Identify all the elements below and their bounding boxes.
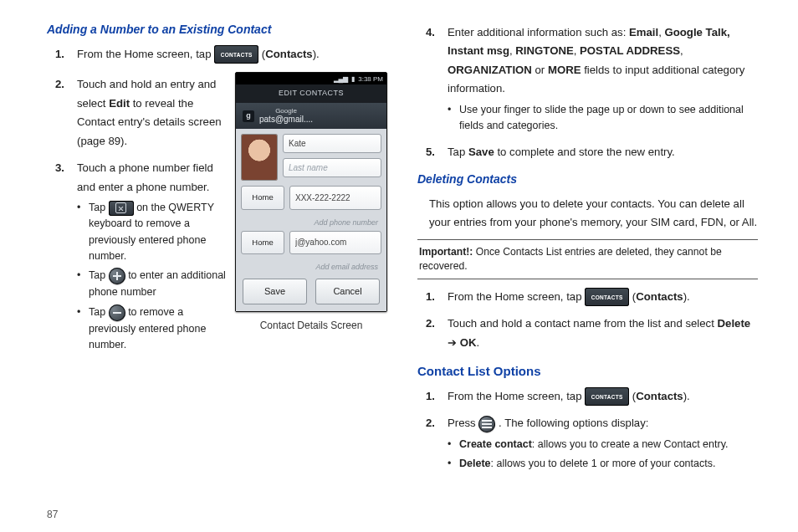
heading-add-number: Adding a Number to an Existing Contact (47, 20, 387, 40)
add-phone-hint[interactable]: Add phone number (241, 215, 381, 231)
cancel-button[interactable]: Cancel (315, 279, 380, 304)
signal-icon: ▂▄▆ (334, 74, 349, 85)
phone-type-select[interactable]: Home (241, 186, 284, 209)
opt-create-contact: Create contact: allows you to create a n… (448, 437, 758, 453)
contacts-app-icon (214, 45, 258, 64)
step-3: 3. Touch a phone number field and enter … (47, 159, 227, 354)
account-email: pats@gmail.... (259, 115, 313, 124)
r4-postal: POSTAL ADDRESS (580, 44, 680, 57)
status-bar: ▂▄▆ ▮ 3:38 PM (236, 73, 386, 84)
google-g-icon: g (243, 110, 254, 122)
page-number: 87 (47, 509, 58, 520)
opt-delete: Delete: allows you to delete 1 or more o… (448, 456, 758, 472)
clo-step-1: 1. From the Home screen, tap (Contacts). (417, 387, 758, 407)
step-1: 1. From the Home screen, tap (Contacts). (47, 45, 387, 64)
heading-contact-list-options: Contact List Options (417, 361, 758, 382)
del-step-2: 2. Touch and hold a contact name from th… (417, 315, 758, 352)
step3-text: Touch a phone number field and enter a p… (77, 161, 213, 192)
account-row: g Google pats@gmail.... (236, 103, 386, 130)
important-label: Important!: (419, 246, 473, 258)
plus-icon (109, 268, 125, 284)
phone-screenshot: ▂▄▆ ▮ 3:38 PM EDIT CONTACTS g Google pat… (235, 72, 387, 312)
contacts-app-icon (585, 288, 629, 306)
step1-text-a: From the Home screen, tap (77, 48, 214, 60)
email-type-select[interactable]: Home (241, 231, 284, 254)
save-button[interactable]: Save (243, 279, 307, 304)
step-2: 2. Touch and hold an entry and select Ed… (47, 75, 227, 151)
figure-caption: Contact Details Screen (235, 317, 387, 334)
step-5: 5. Tap Save to complete and store the ne… (417, 143, 758, 161)
account-provider: Google (259, 108, 313, 115)
phone-number-field[interactable] (289, 186, 381, 209)
add-email-hint[interactable]: Add email address (241, 259, 381, 275)
step2-bold: Edit (109, 97, 130, 110)
step1-bold: Contacts (265, 48, 312, 60)
heading-deleting: Deleting Contacts (417, 170, 758, 190)
important-box: Important!: Once Contacts List entries a… (417, 239, 758, 279)
r4-ringtone: RINGTONE (515, 44, 573, 57)
r4-email: Email (629, 26, 658, 38)
r4-org: ORGANIZATION (448, 64, 532, 76)
clo-step-2: 2. Press . The following options display… (417, 414, 758, 472)
delete-key-icon (109, 201, 134, 216)
status-time: 3:38 PM (358, 74, 383, 85)
r4a: Enter additional information such as: (448, 26, 629, 38)
step4-sub: Use your finger to slide the page up or … (448, 102, 758, 135)
bullet-remove-key: Tap on the QWERTY keyboard to remove a p… (77, 200, 227, 265)
first-name-field[interactable] (283, 134, 381, 153)
b1a: Tap (89, 202, 109, 213)
deleting-para: This option allows you to delete your co… (417, 195, 758, 233)
r5-save: Save (468, 146, 494, 158)
step-4: 4. Enter additional information such as:… (417, 23, 758, 135)
b3a: Tap (89, 306, 109, 318)
last-name-field[interactable] (283, 158, 381, 177)
minus-icon (109, 304, 125, 321)
battery-icon: ▮ (351, 74, 355, 85)
step1-text-c: ). (313, 48, 320, 60)
contacts-app-icon (585, 387, 629, 406)
b2a: Tap (89, 270, 109, 282)
email-field[interactable] (289, 231, 381, 254)
r4-more: MORE (548, 64, 581, 76)
bullet-remove-phone: Tap to remove a previously entered phone… (77, 304, 227, 354)
screen-title: EDIT CONTACTS (236, 84, 386, 102)
del-step-1: 1. From the Home screen, tap (Contacts). (417, 288, 758, 307)
contact-avatar[interactable] (241, 134, 278, 181)
menu-icon (478, 416, 495, 432)
bullet-add-phone: Tap to enter an additional phone number (77, 268, 227, 300)
